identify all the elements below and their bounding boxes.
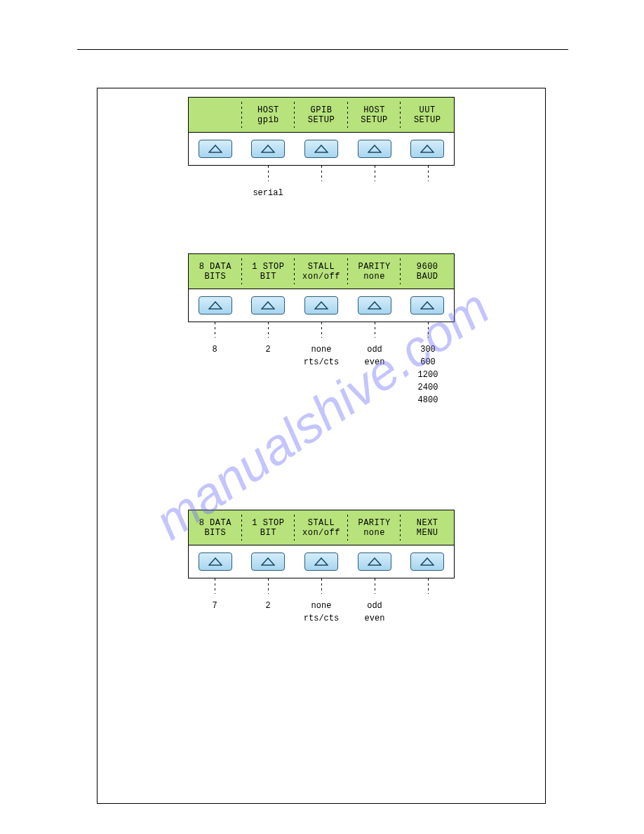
label-line2: BITS: [204, 272, 226, 282]
label-line2: BIT: [260, 272, 276, 282]
options-row: 8 2 nonerts/cts oddeven 3006001200240048…: [188, 343, 455, 406]
option-list: oddeven: [348, 600, 401, 625]
tick-mark: [321, 578, 322, 594]
option-list: 2: [241, 600, 295, 625]
svg-marker-5: [209, 302, 222, 309]
softkey-button[interactable]: [251, 296, 285, 315]
svg-marker-13: [368, 558, 381, 565]
tick-row: [188, 322, 455, 343]
tick-mark: [268, 166, 269, 181]
svg-marker-6: [262, 302, 274, 309]
softkey-button[interactable]: [304, 296, 338, 315]
tick-mark: [375, 322, 375, 338]
svg-marker-12: [315, 558, 328, 565]
label-line1: 9600: [417, 262, 438, 272]
menu-panel-2: 8 DATA BITS 1 STOP BIT STALL xon/off PAR…: [188, 253, 455, 406]
display-strip: 8 DATA BITS 1 STOP BIT STALL xon/off PAR…: [189, 254, 454, 289]
label-cell: 8 DATA BITS: [189, 510, 242, 545]
label-line2: none: [363, 528, 385, 538]
tick-mark: [428, 166, 429, 181]
menu-panel-3: 8 DATA BITS 1 STOP BIT STALL xon/off PAR…: [188, 510, 455, 625]
softkey-button[interactable]: [304, 552, 338, 571]
label-cell: [189, 98, 242, 132]
label-line2: xon/off: [302, 528, 340, 538]
option-list: serial: [241, 187, 295, 199]
label-cell: GPIB SETUP: [295, 98, 348, 132]
label-line1: 1 STOP: [252, 262, 284, 272]
label-line2: none: [363, 272, 385, 282]
option-list: nonerts/cts: [295, 343, 348, 406]
svg-marker-8: [368, 302, 381, 309]
tick-mark: [215, 322, 215, 338]
label-line1: STALL: [308, 518, 335, 528]
softkey-button[interactable]: [199, 296, 232, 315]
label-line2: BAUD: [417, 272, 438, 282]
label-line1: PARITY: [358, 262, 390, 272]
softkey-button[interactable]: [410, 296, 444, 315]
softkey-button[interactable]: [410, 552, 444, 571]
softkey-button[interactable]: [199, 140, 232, 158]
label-cell: PARITY none: [348, 254, 401, 289]
label-line1: STALL: [308, 262, 335, 272]
option-list: oddeven: [348, 343, 401, 406]
option-list: 2: [241, 343, 295, 406]
label-line1: 1 STOP: [252, 518, 284, 528]
label-cell: 1 STOP BIT: [242, 510, 295, 545]
tick-mark: [268, 322, 269, 338]
options-row: 7 2 nonerts/cts oddeven: [188, 600, 455, 625]
svg-marker-7: [315, 302, 328, 309]
label-cell: 8 DATA BITS: [189, 254, 242, 289]
label-line1: HOST: [257, 105, 279, 115]
softkey-button[interactable]: [358, 552, 391, 571]
svg-marker-2: [315, 145, 328, 152]
softkey-button[interactable]: [358, 296, 391, 315]
softkey-row: [189, 133, 454, 165]
label-line1: HOST: [363, 105, 385, 115]
tick-mark: [268, 578, 269, 594]
label-cell: STALL xon/off: [295, 510, 348, 545]
label-line1: 8 DATA: [199, 262, 232, 272]
svg-marker-14: [421, 558, 434, 565]
tick-mark: [321, 166, 322, 181]
tick-mark: [321, 322, 322, 338]
label-line2: SETUP: [308, 115, 335, 125]
tick-mark: [428, 578, 429, 594]
option-list: nonerts/cts: [295, 600, 348, 625]
label-line2: MENU: [417, 528, 438, 538]
svg-marker-9: [421, 302, 434, 309]
tick-mark: [375, 578, 375, 594]
label-cell: HOST gpib: [242, 98, 295, 132]
softkey-button[interactable]: [410, 140, 444, 158]
display-strip: HOST gpib GPIB SETUP HOST SETUP UUT SETU…: [189, 98, 454, 133]
label-cell: HOST SETUP: [348, 98, 401, 132]
label-line2: BIT: [260, 528, 276, 538]
softkey-row: [189, 545, 454, 578]
svg-marker-10: [209, 558, 222, 565]
horizontal-rule: [77, 49, 568, 50]
option-list: 7: [188, 600, 241, 625]
label-line2: gpib: [257, 115, 279, 125]
svg-marker-4: [421, 145, 434, 152]
softkey-button[interactable]: [251, 552, 285, 571]
svg-marker-0: [209, 145, 222, 152]
tick-row: [188, 578, 455, 600]
options-row: serial: [188, 187, 455, 199]
tick-row: [188, 166, 455, 187]
menu-panel-1: HOST gpib GPIB SETUP HOST SETUP UUT SETU…: [188, 97, 455, 199]
softkey-button[interactable]: [304, 140, 338, 158]
label-line2: SETUP: [414, 115, 441, 125]
label-line1: NEXT: [417, 518, 438, 528]
softkey-button[interactable]: [199, 552, 232, 571]
softkey-button[interactable]: [358, 140, 391, 158]
label-cell: 1 STOP BIT: [242, 254, 295, 289]
label-cell: 9600 BAUD: [401, 254, 454, 289]
label-cell: NEXT MENU: [401, 510, 454, 545]
svg-marker-3: [368, 145, 381, 152]
label-line2: SETUP: [361, 115, 388, 125]
label-cell: STALL xon/off: [295, 254, 348, 289]
softkey-button[interactable]: [251, 140, 285, 158]
svg-marker-1: [262, 145, 274, 152]
label-cell: UUT SETUP: [401, 98, 454, 132]
figure-frame: HOST gpib GPIB SETUP HOST SETUP UUT SETU…: [97, 88, 546, 804]
label-cell: PARITY none: [348, 510, 401, 545]
